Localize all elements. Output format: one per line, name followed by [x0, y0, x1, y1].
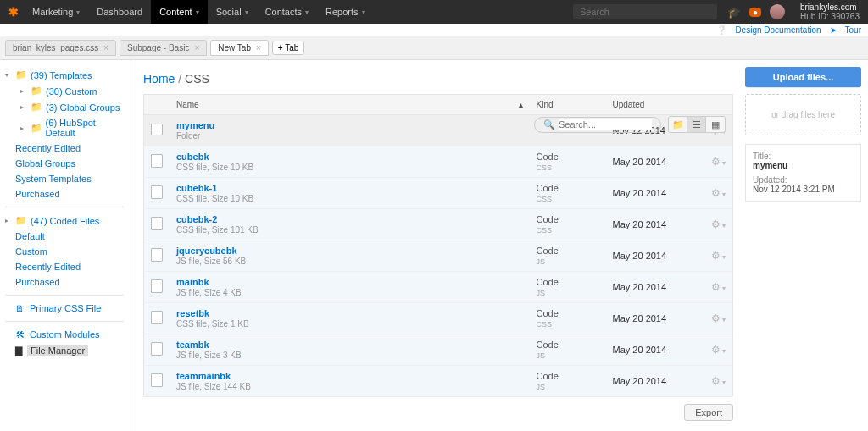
file-icon	[151, 217, 163, 230]
sidebar: ▾ 📁 (39) Templates ▸📁(30) Custom▸📁(3) Gl…	[0, 60, 131, 431]
tab[interactable]: New Tab×	[210, 40, 269, 56]
help-icon[interactable]: ❔	[716, 25, 726, 35]
tab[interactable]: Subpage - Basic×	[120, 40, 207, 56]
chevron-down-icon[interactable]: ▾	[722, 222, 726, 229]
academy-icon[interactable]: 🎓	[727, 6, 741, 19]
file-name-link[interactable]: teambk	[176, 340, 505, 350]
sort-indicator[interactable]: ▴	[512, 95, 530, 115]
file-kind: Code	[537, 152, 559, 162]
file-name-link[interactable]: jquerycubebk	[176, 246, 505, 256]
sidebar-link[interactable]: Recently Edited	[5, 141, 124, 156]
file-name-link[interactable]: mainbk	[176, 277, 505, 287]
sidebar-link[interactable]: Purchased	[5, 274, 124, 290]
file-icon	[151, 154, 163, 168]
chevron-down-icon[interactable]: ▾	[722, 316, 726, 323]
global-search-input[interactable]	[573, 4, 717, 19]
col-header-updated[interactable]: Updated	[606, 95, 699, 115]
user-menu[interactable]: briankyles.com Hub ID: 390763	[800, 3, 860, 21]
upload-files-button[interactable]: Upload files...	[745, 67, 861, 87]
tour-icon[interactable]: ➤	[830, 25, 837, 35]
chevron-down-icon[interactable]: ▾	[722, 191, 726, 198]
file-name-link[interactable]: teammainbk	[176, 371, 505, 381]
table-row[interactable]: cubebk-1CSS file, Size 10 KBCodeCSSMay 2…	[144, 178, 733, 209]
avatar[interactable]	[770, 4, 785, 19]
file-updated: May 20 2014	[606, 334, 699, 366]
add-tab-button[interactable]: + Tab	[272, 41, 305, 55]
sidebar-link[interactable]: Default	[5, 229, 124, 244]
close-icon[interactable]: ×	[103, 43, 108, 52]
file-kind-sub: JS	[537, 383, 546, 391]
nav-dashboard[interactable]: Dashboard	[88, 0, 151, 24]
chevron-down-icon[interactable]: ▾	[722, 253, 726, 261]
gear-icon[interactable]: ⚙	[711, 312, 721, 324]
nav-reports[interactable]: Reports▾	[317, 0, 374, 24]
sidebar-link[interactable]: Global Groups	[5, 156, 124, 171]
table-row[interactable]: cubebkCSS file, Size 10 KBCodeCSSMay 20 …	[144, 146, 733, 178]
file-name-link[interactable]: cubebk-1	[176, 183, 505, 193]
table-row[interactable]: cubebk-2CSS file, Size 101 KBCodeCSSMay …	[144, 209, 733, 240]
file-updated: May 20 2014	[606, 303, 699, 334]
top-nav: ✱ Marketing▾ DashboardContent▾Social▾Con…	[0, 0, 868, 24]
tab[interactable]: brian_kyles_pages.css×	[5, 40, 116, 56]
notifications-icon[interactable]: ●	[749, 8, 761, 17]
file-name-link[interactable]: cubebk	[176, 152, 505, 162]
col-header-kind[interactable]: Kind	[530, 95, 606, 115]
table-row[interactable]: teambkJS file, Size 3 KBCodeJSMay 20 201…	[144, 334, 733, 366]
table-row[interactable]: resetbkCSS file, Size 1 KBCodeCSSMay 20 …	[144, 303, 733, 334]
file-manager-link[interactable]: ▇ File Manager	[5, 342, 124, 359]
file-name-link[interactable]: cubebk-2	[176, 214, 505, 224]
folder-icon: 📁	[31, 102, 42, 113]
tree-templates-root[interactable]: ▾ 📁 (39) Templates	[5, 67, 124, 83]
chevron-down-icon[interactable]: ▾	[722, 285, 726, 292]
file-search-input[interactable]	[559, 119, 652, 130]
close-icon[interactable]: ×	[256, 43, 261, 52]
nav-contacts[interactable]: Contacts▾	[257, 0, 317, 24]
gear-icon[interactable]: ⚙	[711, 218, 721, 230]
view-list-button[interactable]: ☰	[687, 117, 706, 132]
gear-icon[interactable]: ⚙	[711, 281, 721, 293]
file-kind-sub: CSS	[537, 195, 553, 203]
sidebar-link[interactable]: Recently Edited	[5, 259, 124, 274]
tree-item[interactable]: ▸📁(6) HubSpot Default	[20, 115, 124, 141]
chevron-right-icon: ▸	[20, 124, 27, 132]
gear-icon[interactable]: ⚙	[711, 375, 721, 387]
tree-coded-root[interactable]: ▸ 📁 (47) Coded Files	[5, 213, 124, 229]
export-button[interactable]: Export	[684, 404, 733, 421]
sidebar-link[interactable]: Purchased	[5, 186, 124, 202]
view-folder-button[interactable]: 📁	[669, 117, 687, 132]
hubspot-logo-icon: ✱	[8, 5, 19, 19]
file-name-link[interactable]: resetbk	[176, 308, 505, 318]
tree-item[interactable]: ▸📁(30) Custom	[20, 83, 124, 99]
checkbox[interactable]	[151, 124, 163, 135]
dropzone[interactable]: or drag files here	[745, 94, 861, 135]
sidebar-link[interactable]: Custom	[5, 244, 124, 259]
view-grid-button[interactable]: ▦	[706, 117, 725, 132]
breadcrumb-home[interactable]: Home	[143, 72, 175, 86]
chevron-down-icon[interactable]: ▾	[722, 379, 726, 386]
nav-content[interactable]: Content▾	[151, 0, 208, 24]
chevron-down-icon: ▾	[5, 71, 12, 79]
chevron-down-icon[interactable]: ▾	[722, 159, 726, 167]
table-row[interactable]: jquerycubebkJS file, Size 56 KBCodeJSMay…	[144, 240, 733, 272]
sidebar-link[interactable]: System Templates	[5, 171, 124, 186]
nav-marketing[interactable]: Marketing▾	[24, 0, 88, 24]
table-row[interactable]: mainbkJS file, Size 4 KBCodeJSMay 20 201…	[144, 272, 733, 303]
file-name-link[interactable]: mymenu	[176, 120, 505, 130]
gear-icon[interactable]: ⚙	[711, 344, 721, 356]
file-updated: May 20 2014	[606, 209, 699, 240]
close-icon[interactable]: ×	[194, 43, 199, 52]
file-search[interactable]: 🔍	[534, 117, 661, 133]
col-header-name[interactable]: Name	[170, 95, 512, 115]
tree-item[interactable]: ▸📁(3) Global Groups	[20, 99, 124, 115]
table-row[interactable]: teammainbkJS file, Size 144 KBCodeJSMay …	[144, 366, 733, 397]
design-documentation-link[interactable]: Design Documentation	[735, 25, 821, 35]
gear-icon[interactable]: ⚙	[711, 187, 721, 199]
tour-link[interactable]: Tour	[845, 25, 861, 35]
gear-icon[interactable]: ⚙	[711, 156, 721, 168]
meta-links: ❔ Design Documentation ➤ Tour	[0, 24, 868, 36]
chevron-down-icon[interactable]: ▾	[722, 347, 726, 355]
primary-css-link[interactable]: 🗎 Primary CSS File	[5, 301, 124, 316]
gear-icon[interactable]: ⚙	[711, 250, 721, 262]
nav-social[interactable]: Social▾	[208, 0, 257, 24]
custom-modules-link[interactable]: 🛠 Custom Modules	[5, 327, 124, 342]
